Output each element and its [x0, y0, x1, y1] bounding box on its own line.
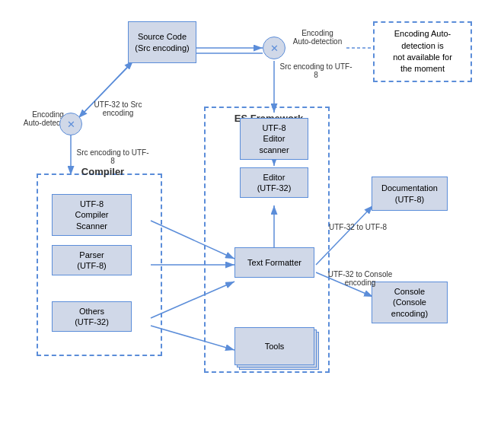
src-to-utf8-right-label: Src encoding to UTF-8	[278, 62, 354, 79]
source-code-label: Source Code(Src encoding)	[135, 31, 190, 53]
tools-label: Tools	[265, 342, 285, 351]
others-box: Others(UTF-32)	[52, 301, 132, 332]
documentation-label: Documentation(UTF-8)	[381, 183, 438, 205]
left-encoding-circle: ✕	[59, 113, 82, 135]
utf8-editor-scanner-box: UTF-8Editorscanner	[240, 118, 308, 160]
utf32-to-console-label: UTF-32 to Console encoding	[318, 270, 402, 287]
utf8-editor-scanner-label: UTF-8Editorscanner	[259, 123, 289, 155]
tools-stacked: Tools	[234, 327, 314, 365]
parser-label: Parser(UTF-8)	[77, 250, 107, 272]
utf32-to-utf8-label: UTF-32 to UTF-8	[320, 223, 396, 231]
console-box: Console(Consoleencoding)	[372, 282, 448, 323]
src-to-utf8-left-label: Src encoding to UTF-8	[75, 148, 151, 165]
utf8-compiler-scanner-box: UTF-8CompilerScanner	[52, 194, 132, 236]
utf8-compiler-scanner-label: UTF-8CompilerScanner	[75, 199, 108, 231]
left-encoding-x: ✕	[67, 119, 75, 130]
encoding-note-text: Encoding Auto-detection isnot available …	[393, 28, 452, 75]
editor-label: Editor(UTF-32)	[257, 172, 292, 194]
parser-box: Parser(UTF-8)	[52, 245, 132, 275]
source-code-box: Source Code(Src encoding)	[128, 21, 196, 63]
utf32-to-src-label: UTF-32 to Src encoding	[84, 100, 152, 117]
right-encoding-x: ✕	[270, 43, 279, 54]
console-label: Console(Consoleencoding)	[391, 286, 428, 319]
right-encoding-circle: ✕	[263, 37, 285, 59]
right-encoding-label: EncodingAuto-detection	[291, 29, 344, 46]
others-label: Others(UTF-32)	[75, 306, 109, 328]
editor-box: Editor(UTF-32)	[240, 167, 308, 198]
documentation-box: Documentation(UTF-8)	[372, 177, 448, 211]
text-formatter-box: Text Formatter	[234, 247, 314, 278]
text-formatter-label: Text Formatter	[247, 257, 301, 268]
encoding-note-box: Encoding Auto-detection isnot available …	[373, 21, 472, 82]
compiler-title: Compiler	[72, 166, 133, 177]
